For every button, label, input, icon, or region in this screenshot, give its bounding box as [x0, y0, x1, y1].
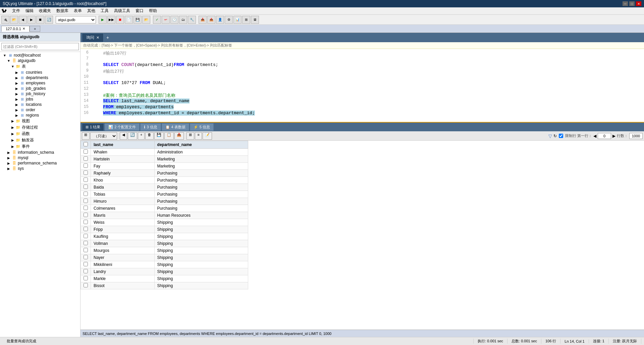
history-button[interactable]: 🕐: [170, 16, 178, 24]
sql-editor[interactable]: 6 #输出107行 7 8 SELECT COUNT(department_id…: [80, 49, 644, 123]
toggle-views[interactable]: ▶: [11, 119, 15, 123]
tree-db-sys[interactable]: ▶ 🗄 sys: [0, 166, 80, 171]
menu-help[interactable]: 帮助: [146, 7, 160, 14]
table-row[interactable]: BaidaPurchasing: [81, 184, 248, 191]
table-row[interactable]: MourgosShipping: [81, 247, 248, 254]
row-checkbox[interactable]: [84, 248, 88, 252]
result-tab-3[interactable]: ℹ 3 信息: [140, 123, 161, 131]
prev-arrow[interactable]: ◀: [593, 134, 596, 138]
table-row[interactable]: WhalenAdministration: [81, 149, 248, 156]
row-checkbox[interactable]: [84, 241, 88, 245]
select-all-header[interactable]: [81, 141, 91, 149]
tree-table-order[interactable]: ▶ ⊞ order: [0, 107, 80, 113]
open-button[interactable]: 📂: [10, 16, 18, 24]
row-checkbox[interactable]: [84, 156, 88, 161]
col-header-last-name[interactable]: last_name: [91, 141, 155, 149]
table-row[interactable]: RaphaelyPurchasing: [81, 170, 248, 177]
refresh-result-button[interactable]: 🔄: [128, 132, 137, 140]
toggle-server[interactable]: ▼: [3, 53, 7, 57]
row-checkbox[interactable]: [84, 276, 88, 280]
toggle-sys[interactable]: ▶: [7, 166, 11, 170]
result-tab-4[interactable]: 📋 4 表数据: [162, 123, 189, 131]
toggle-tables[interactable]: ▼: [11, 65, 15, 69]
menu-favorites[interactable]: 收藏夹: [36, 7, 54, 14]
query-tab-main[interactable]: 询问 ✕: [82, 33, 104, 42]
save-button[interactable]: 💾: [133, 16, 142, 24]
row-count-input[interactable]: [629, 133, 643, 139]
select-all-checkbox[interactable]: [84, 142, 88, 146]
table-row[interactable]: FrippShipping: [81, 226, 248, 233]
table-row[interactable]: HimuroPurchasing: [81, 198, 248, 205]
maximize-button[interactable]: □: [629, 1, 635, 6]
table-row[interactable]: TobiasPurchasing: [81, 191, 248, 198]
row-checkbox[interactable]: [84, 192, 88, 196]
result-tab-1[interactable]: ⊞ 1 结果: [82, 123, 104, 131]
table-row[interactable]: MarkleShipping: [81, 275, 248, 282]
refresh-button[interactable]: 🔄: [45, 16, 53, 24]
toggle-job-history[interactable]: ▶: [15, 92, 19, 96]
misc-button[interactable]: ⚙: [225, 16, 233, 24]
row-checkbox[interactable]: [84, 185, 88, 189]
toggle-functions[interactable]: ▶: [11, 132, 15, 136]
query-tab-add[interactable]: +: [104, 33, 112, 42]
tree-events-folder[interactable]: ▶ 📁 事件: [0, 143, 80, 150]
menu-file[interactable]: 文件: [9, 7, 23, 14]
row-checkbox[interactable]: [84, 234, 88, 238]
new-connection-button[interactable]: 🔌: [1, 16, 9, 24]
toggle-information-schema[interactable]: ▶: [7, 150, 11, 154]
stop-query-button[interactable]: ⏹: [116, 16, 124, 24]
table-row[interactable]: MavrisHuman Resources: [81, 212, 248, 219]
table-row[interactable]: NayerShipping: [81, 254, 248, 261]
table-row[interactable]: HartsteinMarketing: [81, 156, 248, 163]
row-checkbox[interactable]: [84, 170, 88, 175]
tree-table-departments[interactable]: ▶ ⊞ departments: [0, 75, 80, 80]
toggle-jobs[interactable]: ▶: [15, 97, 19, 101]
tree-db-performance-schema[interactable]: ▶ 🗄 performance_schema: [0, 160, 80, 166]
window-controls[interactable]: ─ □ ✕: [623, 1, 641, 6]
table-row[interactable]: ColmenaresPurchasing: [81, 205, 248, 212]
commit-button[interactable]: ✓: [153, 16, 161, 24]
user-button[interactable]: 👤: [216, 16, 224, 24]
table-row[interactable]: VollmanShipping: [81, 240, 248, 247]
table-row[interactable]: MikkilineniShipping: [81, 261, 248, 268]
tools2-button[interactable]: 🔧: [188, 16, 196, 24]
close-button[interactable]: ✕: [636, 1, 641, 6]
menu-database[interactable]: 数据库: [54, 7, 71, 14]
delete-row-button[interactable]: 🗑: [145, 132, 154, 140]
menu-tools[interactable]: 工具: [98, 7, 111, 14]
first-row-input[interactable]: [598, 133, 611, 139]
toggle-triggers[interactable]: ▶: [11, 138, 15, 142]
row-checkbox[interactable]: [84, 220, 88, 224]
conn-tab-add[interactable]: +: [30, 26, 40, 32]
query-tab-close-icon[interactable]: ✕: [96, 36, 99, 40]
toggle-events[interactable]: ▶: [11, 145, 15, 149]
conn-tab-main[interactable]: 127.0.0.1 ✕: [1, 26, 30, 32]
toggle-employees[interactable]: ▶: [15, 81, 19, 85]
menu-edit[interactable]: 编辑: [23, 7, 36, 14]
toggle-procedures[interactable]: ▶: [11, 126, 15, 130]
row-checkbox[interactable]: [84, 199, 88, 203]
tree-table-jobs[interactable]: ▶ ⊞ jobs: [0, 96, 80, 102]
export-result-button[interactable]: 📤: [174, 132, 184, 140]
table-row[interactable]: KhooPurchasing: [81, 177, 248, 184]
tree-triggers-folder[interactable]: ▶ 📁 触发器: [0, 137, 80, 143]
table-row[interactable]: BissotShipping: [81, 282, 248, 289]
row-checkbox[interactable]: [84, 163, 88, 168]
col-header-department-name[interactable]: department_name: [154, 141, 248, 149]
tree-table-employees[interactable]: ▶ ⊞ employees: [0, 80, 80, 86]
table-row[interactable]: KauflingShipping: [81, 233, 248, 240]
back-button[interactable]: ◀: [19, 16, 27, 24]
tree-table-job-history[interactable]: ▶ ⊞ job_history: [0, 91, 80, 96]
tree-db-atguigudb[interactable]: ▼ 🗄 atguigudb: [0, 58, 80, 63]
result-tab-2[interactable]: 📊 2 个配置文件: [105, 123, 140, 131]
tree-db-information-schema[interactable]: ▶ 🗄 information_schema: [0, 150, 80, 155]
row-checkbox[interactable]: [84, 178, 88, 182]
copy-button[interactable]: 📋: [164, 132, 174, 140]
execute-button[interactable]: ▶: [99, 16, 107, 24]
tree-server[interactable]: ▼ 🖥 root@localhost: [0, 53, 80, 58]
toggle-departments[interactable]: ▶: [15, 76, 19, 80]
row-checkbox[interactable]: [84, 283, 88, 287]
table-row[interactable]: LandryShipping: [81, 268, 248, 275]
toggle-order[interactable]: ▶: [15, 108, 19, 112]
toggle-regions[interactable]: ▶: [15, 113, 19, 117]
